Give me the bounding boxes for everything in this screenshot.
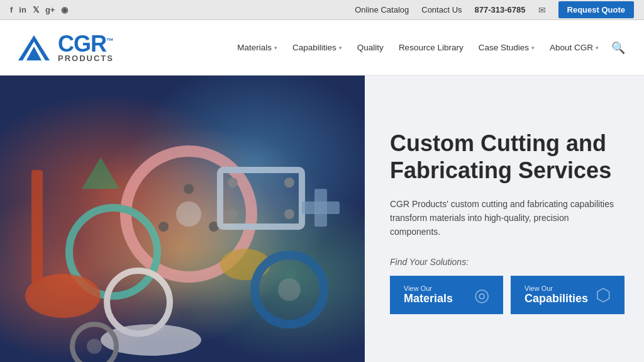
top-right-links: Online Catalog Contact Us 877-313-6785 ✉… <box>355 1 634 18</box>
svg-rect-16 <box>31 170 43 283</box>
nav-label: Capabilities <box>292 43 336 52</box>
nav-label: About CGR <box>550 43 593 52</box>
hero-image <box>0 76 365 362</box>
phone-number: 877-313-6785 <box>475 5 526 14</box>
chevron-down-icon: ▾ <box>596 45 599 51</box>
svg-point-12 <box>228 178 238 188</box>
svg-point-19 <box>278 278 301 301</box>
svg-point-13 <box>284 178 294 188</box>
social-icons: f in 𝕏 g+ ◉ <box>10 5 68 14</box>
svg-point-7 <box>107 271 170 334</box>
cta-large-label: Materials <box>404 292 453 305</box>
contact-us-link[interactable]: Contact Us <box>421 5 462 14</box>
gasket-collage <box>0 76 365 362</box>
nav-item-case-studies[interactable]: Case Studies▾ <box>472 39 541 56</box>
nav-item-about-cgr[interactable]: About CGR▾ <box>543 39 605 56</box>
cta-small-label: View Our <box>404 285 432 292</box>
nav-label: Case Studies <box>479 43 529 52</box>
svg-point-4 <box>176 201 201 227</box>
nav-item-quality[interactable]: Quality <box>351 39 390 56</box>
svg-point-14 <box>228 209 238 219</box>
hero-section: Custom Cutting and Fabricating Services … <box>0 76 644 362</box>
capabilities-icon: ⬡ <box>596 285 611 305</box>
nav-label: Resource Library <box>399 43 464 52</box>
logo-text: CGR™ PRODUCTS <box>58 33 114 62</box>
cta-large-label: Capabilities <box>525 292 588 305</box>
nav-item-capabilities[interactable]: Capabilities▾ <box>286 39 348 56</box>
svg-point-10 <box>158 222 169 232</box>
svg-rect-25 <box>314 189 327 227</box>
svg-point-23 <box>87 339 102 354</box>
nav-item-materials[interactable]: Materials▾ <box>231 39 284 56</box>
hero-content: Custom Cutting and Fabricating Services … <box>365 76 644 362</box>
logo-icon <box>15 29 53 67</box>
view-materials-button[interactable]: View OurMaterials◎ <box>390 276 503 314</box>
hero-title: Custom Cutting and Fabricating Services <box>390 130 625 184</box>
materials-icon: ◎ <box>474 285 489 305</box>
svg-point-8 <box>184 184 194 194</box>
top-bar: f in 𝕏 g+ ◉ Online Catalog Contact Us 87… <box>0 0 644 20</box>
nav-label: Quality <box>357 43 384 52</box>
logo-products-text: PRODUCTS <box>58 54 114 62</box>
cta-buttons: View OurMaterials◎View OurCapabilities⬡ <box>390 276 625 314</box>
logo-cgr-text: CGR™ <box>58 33 114 55</box>
chevron-down-icon: ▾ <box>531 45 535 51</box>
chevron-down-icon: ▾ <box>274 45 277 51</box>
nav-label: Materials <box>237 43 272 52</box>
twitter-icon[interactable]: 𝕏 <box>33 5 39 14</box>
svg-marker-21 <box>82 157 119 189</box>
navigation: Materials▾Capabilities▾QualityResource L… <box>231 38 629 57</box>
hero-description: CGR Products' custom cutting and fabrica… <box>390 197 616 239</box>
linkedin-icon[interactable]: in <box>19 5 26 14</box>
search-icon[interactable]: 🔍 <box>608 38 629 57</box>
googleplus-icon[interactable]: g+ <box>45 5 55 14</box>
facebook-icon[interactable]: f <box>10 5 13 14</box>
nav-item-resource-library[interactable]: Resource Library <box>392 39 470 56</box>
logo[interactable]: CGR™ PRODUCTS <box>15 29 114 67</box>
email-icon[interactable]: ✉ <box>538 5 546 15</box>
online-catalog-link[interactable]: Online Catalog <box>355 5 409 14</box>
chevron-down-icon: ▾ <box>339 45 342 51</box>
rss-icon[interactable]: ◉ <box>61 5 68 14</box>
header: CGR™ PRODUCTS Materials▾Capabilities▾Qua… <box>0 20 644 76</box>
view-capabilities-button[interactable]: View OurCapabilities⬡ <box>511 276 625 314</box>
request-quote-button[interactable]: Request Quote <box>558 1 634 18</box>
find-solutions-label: Find Your Solutions: <box>390 257 625 267</box>
cta-small-label: View Our <box>525 285 553 292</box>
svg-point-15 <box>284 209 294 219</box>
